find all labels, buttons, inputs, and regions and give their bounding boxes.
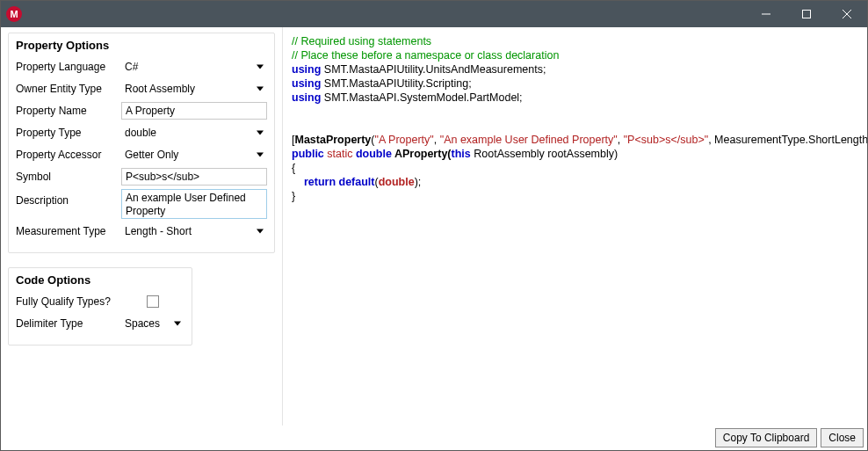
code-options-panel: Code Options Fully Qualify Types? Delimi…: [8, 267, 192, 346]
content-area: Property Options Property Language C# Ow…: [1, 27, 867, 426]
maximize-icon: [801, 9, 812, 19]
row-property-language: Property Language C#: [16, 57, 267, 76]
row-symbol: Symbol: [16, 167, 267, 186]
label-property-type: Property Type: [16, 127, 121, 139]
left-column: Property Options Property Language C# Ow…: [1, 27, 283, 426]
label-measurement-type: Measurement Type: [16, 225, 121, 237]
window-buttons: [746, 1, 867, 27]
input-property-name[interactable]: [121, 102, 267, 120]
row-owner-entity-type: Owner Entity Type Root Assembly: [16, 79, 267, 98]
combo-property-language[interactable]: C#: [121, 58, 267, 76]
maximize-button[interactable]: [786, 1, 827, 27]
bottom-bar: Copy To Clipboard Close: [1, 426, 867, 450]
copy-to-clipboard-button[interactable]: Copy To Clipboard: [715, 428, 818, 447]
close-icon: [842, 9, 852, 19]
row-fully-qualify: Fully Qualify Types?: [16, 292, 184, 311]
combo-delimiter-type[interactable]: Spaces: [121, 315, 184, 332]
label-symbol: Symbol: [16, 171, 121, 183]
combo-measurement-type[interactable]: Length - Short: [121, 222, 267, 240]
combo-property-type[interactable]: double: [121, 124, 267, 142]
label-property-name: Property Name: [16, 105, 121, 117]
label-property-accessor: Property Accessor: [16, 149, 121, 161]
app-icon: M: [6, 6, 22, 22]
checkbox-fully-qualify[interactable]: [147, 295, 159, 308]
property-options-panel: Property Options Property Language C# Ow…: [8, 33, 275, 253]
textarea-description[interactable]: [121, 189, 267, 219]
property-options-heading: Property Options: [16, 39, 267, 52]
close-window-button[interactable]: [827, 1, 867, 27]
row-property-name: Property Name: [16, 101, 267, 120]
label-fully-qualify: Fully Qualify Types?: [16, 295, 121, 308]
code-preview[interactable]: // Required using statements // Place th…: [283, 27, 867, 426]
label-property-language: Property Language: [16, 61, 121, 73]
input-symbol[interactable]: [121, 168, 267, 185]
row-description: Description: [16, 189, 267, 219]
combo-owner-entity-type[interactable]: Root Assembly: [121, 80, 267, 98]
label-description: Description: [16, 189, 121, 207]
titlebar: M: [1, 1, 867, 27]
row-delimiter-type: Delimiter Type Spaces: [16, 314, 184, 333]
minimize-button[interactable]: [746, 1, 786, 27]
label-owner-entity-type: Owner Entity Type: [16, 83, 121, 95]
code-options-heading: Code Options: [16, 273, 184, 287]
svg-rect-1: [803, 11, 811, 18]
app-icon-letter: M: [10, 9, 18, 19]
row-property-type: Property Type double: [16, 123, 267, 142]
close-button[interactable]: Close: [821, 428, 864, 447]
minimize-icon: [761, 9, 771, 19]
combo-property-accessor[interactable]: Getter Only: [121, 146, 267, 164]
label-delimiter-type: Delimiter Type: [16, 317, 121, 330]
row-measurement-type: Measurement Type Length - Short: [16, 222, 267, 241]
row-property-accessor: Property Accessor Getter Only: [16, 145, 267, 164]
